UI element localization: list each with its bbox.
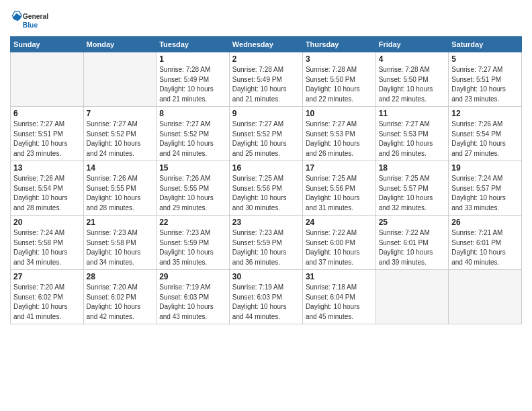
day-number: 8: [159, 109, 226, 118]
day-number: 22: [159, 218, 226, 227]
day-number: 31: [306, 272, 373, 281]
svg-text:General: General: [23, 13, 48, 20]
day-number: 11: [379, 109, 446, 118]
day-info: Sunrise: 7:27 AMSunset: 5:51 PMDaylight:…: [13, 120, 81, 158]
day-number: 9: [232, 109, 300, 118]
day-number: 2: [232, 54, 300, 64]
day-info: Sunrise: 7:24 AMSunset: 5:57 PMDaylight:…: [451, 174, 519, 213]
calendar-cell: 6Sunrise: 7:27 AMSunset: 5:51 PMDaylight…: [11, 107, 84, 161]
day-info: Sunrise: 7:23 AMSunset: 5:59 PMDaylight:…: [159, 228, 226, 267]
week-row-2: 6Sunrise: 7:27 AMSunset: 5:51 PMDaylight…: [11, 107, 522, 161]
calendar-cell: 26Sunrise: 7:21 AMSunset: 6:01 PMDayligh…: [449, 216, 522, 270]
calendar-cell: [449, 270, 522, 324]
svg-text:Blue: Blue: [23, 21, 38, 29]
calendar-cell: 1Sunrise: 7:28 AMSunset: 5:49 PMDaylight…: [157, 52, 230, 107]
week-row-3: 13Sunrise: 7:26 AMSunset: 5:54 PMDayligh…: [11, 161, 522, 216]
day-number: 3: [306, 54, 373, 64]
weekday-header-thursday: Thursday: [302, 37, 375, 52]
day-number: 21: [87, 218, 154, 227]
day-info: Sunrise: 7:26 AMSunset: 5:55 PMDaylight:…: [87, 174, 154, 213]
day-number: 25: [379, 218, 446, 227]
weekday-header-row: SundayMondayTuesdayWednesdayThursdayFrid…: [11, 37, 522, 52]
calendar-cell: 25Sunrise: 7:22 AMSunset: 6:01 PMDayligh…: [375, 216, 449, 270]
logo-svg: General Blue: [10, 7, 50, 34]
day-info: Sunrise: 7:20 AMSunset: 6:02 PMDaylight:…: [87, 283, 154, 322]
day-info: Sunrise: 7:28 AMSunset: 5:49 PMDaylight:…: [232, 65, 300, 104]
day-number: 27: [13, 272, 81, 281]
calendar-cell: 19Sunrise: 7:24 AMSunset: 5:57 PMDayligh…: [449, 161, 522, 216]
day-info: Sunrise: 7:19 AMSunset: 6:03 PMDaylight:…: [159, 283, 226, 322]
calendar-cell: 20Sunrise: 7:24 AMSunset: 5:58 PMDayligh…: [11, 216, 84, 270]
day-info: Sunrise: 7:26 AMSunset: 5:54 PMDaylight:…: [451, 120, 519, 158]
calendar-table: SundayMondayTuesdayWednesdayThursdayFrid…: [10, 36, 522, 324]
day-info: Sunrise: 7:26 AMSunset: 5:54 PMDaylight:…: [13, 174, 81, 213]
day-info: Sunrise: 7:24 AMSunset: 5:58 PMDaylight:…: [13, 228, 81, 267]
day-info: Sunrise: 7:20 AMSunset: 6:02 PMDaylight:…: [13, 283, 81, 322]
calendar-cell: 31Sunrise: 7:18 AMSunset: 6:04 PMDayligh…: [302, 270, 375, 324]
day-info: Sunrise: 7:25 AMSunset: 5:56 PMDaylight:…: [306, 174, 373, 213]
calendar-cell: 24Sunrise: 7:22 AMSunset: 6:00 PMDayligh…: [302, 216, 375, 270]
calendar-cell: 30Sunrise: 7:19 AMSunset: 6:03 PMDayligh…: [229, 270, 302, 324]
day-number: 6: [13, 109, 81, 118]
calendar-cell: 21Sunrise: 7:23 AMSunset: 5:58 PMDayligh…: [83, 216, 157, 270]
day-number: 7: [87, 109, 154, 118]
day-number: 28: [87, 272, 154, 281]
calendar-cell: [83, 52, 157, 107]
calendar-cell: 16Sunrise: 7:25 AMSunset: 5:56 PMDayligh…: [229, 161, 302, 216]
weekday-header-saturday: Saturday: [449, 37, 522, 52]
calendar-cell: 5Sunrise: 7:27 AMSunset: 5:51 PMDaylight…: [449, 52, 522, 107]
day-number: 18: [379, 163, 446, 173]
day-number: 26: [451, 218, 519, 227]
day-number: 24: [306, 218, 373, 227]
weekday-header-tuesday: Tuesday: [157, 37, 230, 52]
day-info: Sunrise: 7:22 AMSunset: 6:01 PMDaylight:…: [379, 228, 446, 267]
day-number: 17: [306, 163, 373, 173]
day-info: Sunrise: 7:23 AMSunset: 5:58 PMDaylight:…: [87, 228, 154, 267]
calendar-cell: 7Sunrise: 7:27 AMSunset: 5:52 PMDaylight…: [83, 107, 157, 161]
day-number: 30: [232, 272, 300, 281]
calendar-cell: 18Sunrise: 7:25 AMSunset: 5:57 PMDayligh…: [375, 161, 449, 216]
calendar-cell: 17Sunrise: 7:25 AMSunset: 5:56 PMDayligh…: [302, 161, 375, 216]
logo: General Blue: [10, 7, 50, 34]
calendar-cell: 3Sunrise: 7:28 AMSunset: 5:50 PMDaylight…: [302, 52, 375, 107]
day-number: 16: [232, 163, 300, 173]
weekday-header-friday: Friday: [375, 37, 449, 52]
day-number: 4: [379, 54, 446, 64]
day-info: Sunrise: 7:27 AMSunset: 5:53 PMDaylight:…: [306, 120, 373, 158]
calendar-cell: [375, 270, 449, 324]
weekday-header-sunday: Sunday: [11, 37, 84, 52]
day-info: Sunrise: 7:21 AMSunset: 6:01 PMDaylight:…: [451, 228, 519, 267]
calendar-cell: 10Sunrise: 7:27 AMSunset: 5:53 PMDayligh…: [302, 107, 375, 161]
day-info: Sunrise: 7:19 AMSunset: 6:03 PMDaylight:…: [232, 283, 300, 322]
day-number: 19: [451, 163, 519, 173]
day-info: Sunrise: 7:27 AMSunset: 5:53 PMDaylight:…: [379, 120, 446, 158]
day-number: 29: [159, 272, 226, 281]
week-row-5: 27Sunrise: 7:20 AMSunset: 6:02 PMDayligh…: [11, 270, 522, 324]
calendar-cell: 13Sunrise: 7:26 AMSunset: 5:54 PMDayligh…: [11, 161, 84, 216]
calendar-cell: [11, 52, 84, 107]
week-row-1: 1Sunrise: 7:28 AMSunset: 5:49 PMDaylight…: [11, 52, 522, 107]
day-info: Sunrise: 7:28 AMSunset: 5:50 PMDaylight:…: [379, 65, 446, 104]
week-row-4: 20Sunrise: 7:24 AMSunset: 5:58 PMDayligh…: [11, 216, 522, 270]
weekday-header-monday: Monday: [83, 37, 157, 52]
calendar-cell: 23Sunrise: 7:23 AMSunset: 5:59 PMDayligh…: [229, 216, 302, 270]
day-info: Sunrise: 7:22 AMSunset: 6:00 PMDaylight:…: [306, 228, 373, 267]
day-number: 5: [451, 54, 519, 64]
calendar-cell: 28Sunrise: 7:20 AMSunset: 6:02 PMDayligh…: [83, 270, 157, 324]
day-number: 23: [232, 218, 300, 227]
day-number: 12: [451, 109, 519, 118]
calendar-cell: 29Sunrise: 7:19 AMSunset: 6:03 PMDayligh…: [157, 270, 230, 324]
weekday-header-wednesday: Wednesday: [229, 37, 302, 52]
header-row: General Blue: [10, 7, 522, 34]
day-info: Sunrise: 7:23 AMSunset: 5:59 PMDaylight:…: [232, 228, 300, 267]
calendar-cell: 9Sunrise: 7:27 AMSunset: 5:52 PMDaylight…: [229, 107, 302, 161]
calendar-cell: 14Sunrise: 7:26 AMSunset: 5:55 PMDayligh…: [83, 161, 157, 216]
day-info: Sunrise: 7:28 AMSunset: 5:49 PMDaylight:…: [159, 65, 226, 104]
calendar-cell: 27Sunrise: 7:20 AMSunset: 6:02 PMDayligh…: [11, 270, 84, 324]
day-info: Sunrise: 7:27 AMSunset: 5:52 PMDaylight:…: [87, 120, 154, 158]
calendar-cell: 15Sunrise: 7:26 AMSunset: 5:55 PMDayligh…: [157, 161, 230, 216]
day-info: Sunrise: 7:28 AMSunset: 5:50 PMDaylight:…: [306, 65, 373, 104]
day-info: Sunrise: 7:25 AMSunset: 5:57 PMDaylight:…: [379, 174, 446, 213]
day-number: 20: [13, 218, 81, 227]
calendar-cell: 22Sunrise: 7:23 AMSunset: 5:59 PMDayligh…: [157, 216, 230, 270]
